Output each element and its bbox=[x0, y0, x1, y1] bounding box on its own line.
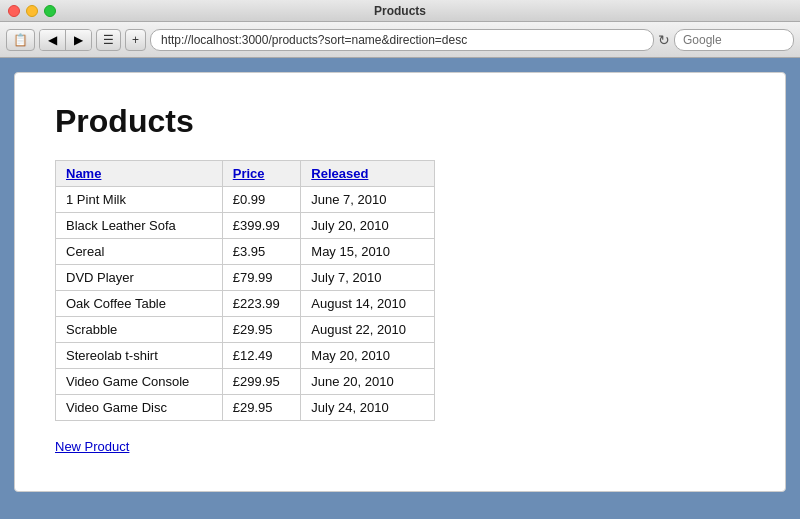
cell-released: May 15, 2010 bbox=[301, 239, 435, 265]
table-row: Oak Coffee Table £223.99 August 14, 2010 bbox=[56, 291, 435, 317]
nav-buttons[interactable]: ◀ ▶ bbox=[39, 29, 92, 51]
bookmark-button[interactable]: ☰ bbox=[96, 29, 121, 51]
col-header-released: Released bbox=[301, 161, 435, 187]
cell-name: Video Game Console bbox=[56, 369, 223, 395]
cell-released: May 20, 2010 bbox=[301, 343, 435, 369]
address-bar[interactable] bbox=[150, 29, 654, 51]
cell-price: £29.95 bbox=[222, 317, 301, 343]
col-header-name: Name bbox=[56, 161, 223, 187]
cell-name: Black Leather Sofa bbox=[56, 213, 223, 239]
maximize-button[interactable] bbox=[44, 5, 56, 17]
table-row: Video Game Disc £29.95 July 24, 2010 bbox=[56, 395, 435, 421]
forward-button[interactable]: ▶ bbox=[66, 30, 91, 50]
search-input[interactable] bbox=[674, 29, 794, 51]
products-table: Name Price Released 1 Pint Milk £0.99 Ju… bbox=[55, 160, 435, 421]
cell-name: 1 Pint Milk bbox=[56, 187, 223, 213]
evernote-button[interactable]: 📋 bbox=[6, 29, 35, 51]
table-row: Cereal £3.95 May 15, 2010 bbox=[56, 239, 435, 265]
address-bar-container: ↻ bbox=[150, 29, 670, 51]
col-header-price: Price bbox=[222, 161, 301, 187]
table-row: Scrabble £29.95 August 22, 2010 bbox=[56, 317, 435, 343]
cell-price: £79.99 bbox=[222, 265, 301, 291]
new-product-link[interactable]: New Product bbox=[55, 439, 129, 454]
cell-released: June 7, 2010 bbox=[301, 187, 435, 213]
reload-button[interactable]: ↻ bbox=[658, 32, 670, 48]
cell-released: July 7, 2010 bbox=[301, 265, 435, 291]
cell-released: August 14, 2010 bbox=[301, 291, 435, 317]
cell-price: £29.95 bbox=[222, 395, 301, 421]
cell-price: £0.99 bbox=[222, 187, 301, 213]
close-button[interactable] bbox=[8, 5, 20, 17]
cell-price: £399.99 bbox=[222, 213, 301, 239]
cell-name: Video Game Disc bbox=[56, 395, 223, 421]
table-row: Stereolab t-shirt £12.49 May 20, 2010 bbox=[56, 343, 435, 369]
sort-released-link[interactable]: Released bbox=[311, 166, 368, 181]
window-area: Products Name Price Released 1 Pint Milk bbox=[0, 58, 800, 506]
cell-name: Cereal bbox=[56, 239, 223, 265]
page-heading: Products bbox=[55, 103, 745, 140]
add-tab-button[interactable]: + bbox=[125, 29, 146, 51]
cell-name: Stereolab t-shirt bbox=[56, 343, 223, 369]
cell-name: Oak Coffee Table bbox=[56, 291, 223, 317]
cell-price: £12.49 bbox=[222, 343, 301, 369]
table-row: Black Leather Sofa £399.99 July 20, 2010 bbox=[56, 213, 435, 239]
title-bar: Products bbox=[0, 0, 800, 22]
cell-released: June 20, 2010 bbox=[301, 369, 435, 395]
table-row: DVD Player £79.99 July 7, 2010 bbox=[56, 265, 435, 291]
sort-price-link[interactable]: Price bbox=[233, 166, 265, 181]
cell-released: July 20, 2010 bbox=[301, 213, 435, 239]
window-title: Products bbox=[374, 4, 426, 18]
back-button[interactable]: ◀ bbox=[40, 30, 66, 50]
table-header-row: Name Price Released bbox=[56, 161, 435, 187]
cell-price: £3.95 bbox=[222, 239, 301, 265]
minimize-button[interactable] bbox=[26, 5, 38, 17]
cell-name: DVD Player bbox=[56, 265, 223, 291]
cell-released: August 22, 2010 bbox=[301, 317, 435, 343]
cell-name: Scrabble bbox=[56, 317, 223, 343]
content-pane: Products Name Price Released 1 Pint Milk bbox=[14, 72, 786, 492]
table-row: 1 Pint Milk £0.99 June 7, 2010 bbox=[56, 187, 435, 213]
cell-released: July 24, 2010 bbox=[301, 395, 435, 421]
sort-name-link[interactable]: Name bbox=[66, 166, 101, 181]
window-controls[interactable] bbox=[8, 5, 56, 17]
toolbar: 📋 ◀ ▶ ☰ + ↻ bbox=[0, 22, 800, 58]
table-row: Video Game Console £299.95 June 20, 2010 bbox=[56, 369, 435, 395]
cell-price: £223.99 bbox=[222, 291, 301, 317]
cell-price: £299.95 bbox=[222, 369, 301, 395]
